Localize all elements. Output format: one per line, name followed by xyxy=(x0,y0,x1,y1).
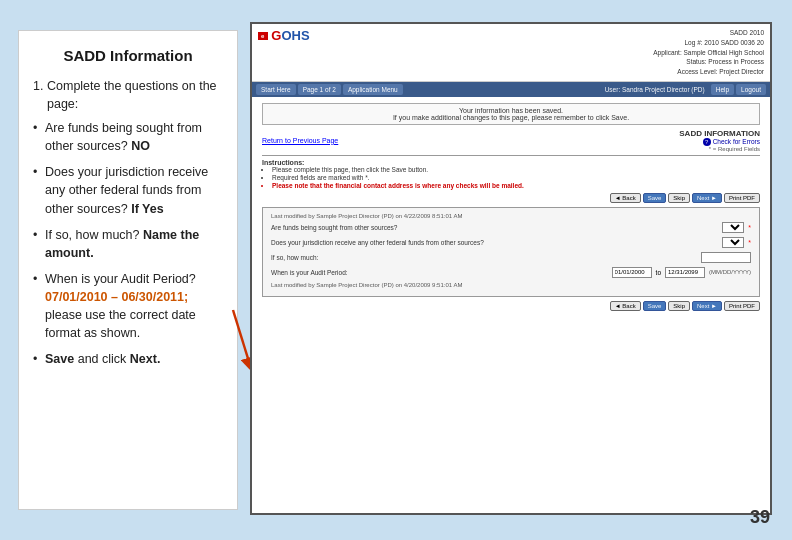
back-button-bottom[interactable]: ◄ Back xyxy=(610,301,641,311)
field2-label: Does your jurisdiction receive any other… xyxy=(271,239,718,246)
bullet-2: Does your jurisdiction receive any other… xyxy=(33,163,223,217)
nav-app-menu[interactable]: Application Menu xyxy=(343,84,403,95)
left-panel: SADD Information Complete the questions … xyxy=(18,30,238,510)
logo-box: e xyxy=(258,32,268,40)
instruction-2: Required fields are marked with *. xyxy=(272,174,760,181)
check-errors-link[interactable]: ? Check for Errors xyxy=(703,138,760,146)
nav-start-here[interactable]: Start Here xyxy=(256,84,296,95)
browser-content: Your information has been saved. If you … xyxy=(252,97,770,321)
step-1: Complete the questions on the page: xyxy=(47,77,223,113)
required-note: * = Required Fields xyxy=(709,146,760,152)
nav-user: User: Sandra Project Director (PD) xyxy=(605,86,705,93)
bullet-3: If so, how much? Name the amount. xyxy=(33,226,223,262)
skip-button-bottom[interactable]: Skip xyxy=(668,301,690,311)
return-link[interactable]: Return to Previous Page xyxy=(262,137,338,144)
panel-title: SADD Information xyxy=(33,45,223,67)
divider-1 xyxy=(262,155,760,156)
form-section: Last modified by Sample Project Director… xyxy=(262,207,760,297)
print-pdf-button-top[interactable]: Print PDF xyxy=(724,193,760,203)
next-button-top[interactable]: Next ► xyxy=(692,193,722,203)
print-pdf-button-bottom[interactable]: Print PDF xyxy=(724,301,760,311)
instruction-3: Please note that the financial contact a… xyxy=(272,182,760,189)
field2-select[interactable]: N Y xyxy=(722,237,744,248)
last-modified-2: Last modified by Sample Project Director… xyxy=(271,282,751,288)
field4-to-input[interactable] xyxy=(665,267,705,278)
field4-hint: (MM/DD/YYYY) xyxy=(709,269,751,275)
nav-page[interactable]: Page 1 of 2 xyxy=(298,84,341,95)
action-bar-top: ◄ Back Save Skip Next ► Print PDF xyxy=(262,193,760,203)
bullet-4: When is your Audit Period? 07/01/2010 – … xyxy=(33,270,223,343)
save-button-top[interactable]: Save xyxy=(643,193,667,203)
form-row-2: Does your jurisdiction receive any other… xyxy=(271,237,751,248)
field4-label: When is your Audit Period: xyxy=(271,269,608,276)
next-button-bottom[interactable]: Next ► xyxy=(692,301,722,311)
instructions-block: Instructions: Please complete this page,… xyxy=(262,159,760,189)
sadd-title: SADD INFORMATION xyxy=(679,129,760,138)
question-icon: ? xyxy=(703,138,711,146)
action-bar-bottom: ◄ Back Save Skip Next ► Print PDF xyxy=(262,301,760,311)
bullet-5: Save and click Next. xyxy=(33,350,223,368)
field1-label: Are funds being sought from other source… xyxy=(271,224,718,231)
save-button-bottom[interactable]: Save xyxy=(643,301,667,311)
skip-button-top[interactable]: Skip xyxy=(668,193,690,203)
field3-input[interactable] xyxy=(701,252,751,263)
form-row-1: Are funds being sought from other source… xyxy=(271,222,751,233)
nav-help[interactable]: Help xyxy=(711,84,734,95)
svg-line-1 xyxy=(233,310,250,365)
field2-required: * xyxy=(748,239,751,246)
nav-logout[interactable]: Logout xyxy=(736,84,766,95)
nav-bar: Start Here Page 1 of 2 Application Menu … xyxy=(252,82,770,97)
last-modified-1: Last modified by Sample Project Director… xyxy=(271,213,751,219)
field1-required: * xyxy=(748,224,751,231)
browser-header: e GOHS SADD 2010 Log #: 2010 SADD 0036 2… xyxy=(252,24,770,82)
saved-message: Your information has been saved. If you … xyxy=(262,103,760,125)
sadd-header-section: Return to Previous Page SADD INFORMATION… xyxy=(262,129,760,152)
header-info: SADD 2010 Log #: 2010 SADD 0036 20 Appli… xyxy=(653,28,764,77)
bullet-1: Are funds being sought from other source… xyxy=(33,119,223,155)
back-button-top[interactable]: ◄ Back xyxy=(610,193,641,203)
field4-from-input[interactable] xyxy=(612,267,652,278)
field1-select[interactable]: N Y xyxy=(722,222,744,233)
instruction-1: Please complete this page, then click th… xyxy=(272,166,760,173)
form-row-3: If so, how much: xyxy=(271,252,751,263)
slide-number: 39 xyxy=(750,507,770,528)
form-row-4: When is your Audit Period: to (MM/DD/YYY… xyxy=(271,267,751,278)
egohs-logo: e GOHS xyxy=(258,28,310,43)
browser-window: e GOHS SADD 2010 Log #: 2010 SADD 0036 2… xyxy=(250,22,772,515)
field3-label: If so, how much: xyxy=(271,254,697,261)
logo-text: GOHS xyxy=(271,28,309,43)
